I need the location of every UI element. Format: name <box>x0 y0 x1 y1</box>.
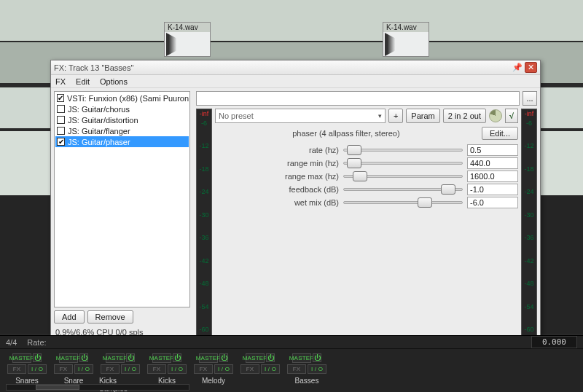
ui-toggle-button[interactable]: √ <box>505 109 518 123</box>
fx-chip[interactable]: FX <box>54 364 73 374</box>
dialog-menubar: FX Edit Options <box>51 75 540 88</box>
position-readout[interactable]: 0.000 <box>531 336 577 348</box>
browse-button[interactable]: ... <box>523 91 537 106</box>
mixer-scrollbar[interactable] <box>6 384 189 391</box>
io-button[interactable]: 2 in 2 out <box>443 109 486 123</box>
param-label: range max (hz) <box>215 172 339 181</box>
meter-tick: -24 <box>197 188 211 195</box>
param-slider[interactable] <box>343 157 463 169</box>
param-value-field[interactable]: -6.0 <box>467 197 518 208</box>
audio-clip[interactable]: K-14.wav <box>383 22 429 57</box>
param-slider[interactable] <box>343 197 463 208</box>
param-slider[interactable] <box>343 144 463 156</box>
scrollbar-thumb[interactable] <box>36 385 79 390</box>
param-row: range min (hz)440.0 <box>215 157 518 170</box>
param-slider[interactable] <box>343 170 463 182</box>
fx-list-item[interactable]: JS: Guitar/chorus <box>55 103 189 114</box>
param-value-field[interactable]: 440.0 <box>467 157 518 169</box>
param-label: wet mix (dB) <box>215 198 339 207</box>
meter-tick: -30 <box>197 211 211 219</box>
power-icon[interactable]: ⏻ <box>219 353 228 362</box>
io-chip[interactable]: I / O <box>121 364 140 374</box>
meter-tick: -54 <box>197 303 211 310</box>
fx-chip[interactable]: FX <box>194 364 213 374</box>
meter-tick: -6 <box>522 119 536 127</box>
power-icon[interactable]: ⏻ <box>33 353 42 362</box>
slider-thumb[interactable] <box>347 145 361 155</box>
io-chip[interactable]: I / O <box>28 364 47 374</box>
fx-enable-checkbox[interactable] <box>57 105 65 113</box>
clip-title: K-14.wav <box>383 23 429 32</box>
power-icon[interactable]: ⏻ <box>313 353 321 362</box>
param-value-field[interactable]: 1600.0 <box>467 170 518 182</box>
master-send-chip[interactable]: MASTER <box>246 353 265 363</box>
fx-enable-checkbox[interactable]: ✔ <box>57 94 64 102</box>
meter-tick: -42 <box>197 257 211 264</box>
master-send-chip[interactable]: MASTER <box>106 353 125 363</box>
fx-chain-dialog: FX: Track 13 "Basses" 📌 ✕ FX Edit Option… <box>50 60 541 340</box>
fx-chip[interactable]: FX <box>7 364 26 374</box>
master-send-chip[interactable]: MASTER <box>152 353 171 363</box>
meter-tick: -48 <box>522 280 536 287</box>
slider-thumb[interactable] <box>418 197 432 208</box>
meter-tick: -18 <box>197 165 211 173</box>
fx-list-item[interactable]: JS: Guitar/distortion <box>55 114 189 125</box>
io-chip[interactable]: I / O <box>308 364 326 374</box>
preset-select[interactable]: No preset <box>215 109 386 123</box>
fx-chip[interactable]: FX <box>287 364 306 374</box>
power-icon[interactable]: ⏻ <box>126 353 135 362</box>
master-send-chip[interactable]: MASTER <box>12 353 31 363</box>
pin-icon[interactable]: 📌 <box>511 62 523 73</box>
io-chip[interactable]: I / O <box>74 364 93 374</box>
slider-thumb[interactable] <box>353 171 367 181</box>
power-icon[interactable]: ⏻ <box>79 353 88 362</box>
io-chip[interactable]: I / O <box>168 364 187 374</box>
io-chip[interactable]: I / O <box>261 364 280 374</box>
knob-icon[interactable] <box>489 109 502 122</box>
edit-button[interactable]: Edit... <box>482 127 518 140</box>
dialog-titlebar[interactable]: FX: Track 13 "Basses" 📌 ✕ <box>51 60 540 75</box>
menu-options[interactable]: Options <box>100 77 128 86</box>
fx-list-item[interactable]: JS: Guitar/flanger <box>55 125 189 136</box>
fx-chip[interactable]: FX <box>147 364 166 374</box>
meter-tick: -24 <box>522 188 536 195</box>
fx-chip[interactable]: FX <box>240 364 259 374</box>
io-chip[interactable]: I / O <box>214 364 233 374</box>
fx-chip[interactable]: FX <box>101 364 120 374</box>
fx-enable-checkbox[interactable]: ✔ <box>57 138 65 146</box>
bg-track-strip <box>0 0 583 41</box>
slider-thumb[interactable] <box>441 184 455 195</box>
mixer-channel[interactable]: MASTER⏻FXI / OBasses <box>286 353 328 392</box>
power-icon[interactable]: ⏻ <box>266 353 275 362</box>
slider-thumb[interactable] <box>347 158 361 168</box>
param-slider[interactable] <box>343 184 463 195</box>
param-button[interactable]: Param <box>406 109 439 123</box>
menu-fx[interactable]: FX <box>55 77 66 86</box>
master-send-chip[interactable]: MASTER <box>292 353 311 363</box>
mixer-channel[interactable]: MASTER⏻FXI / OMelody <box>192 353 235 392</box>
fx-enable-checkbox[interactable] <box>57 116 65 124</box>
fx-list-item[interactable]: ✔JS: Guitar/phaser <box>55 136 189 147</box>
audio-clip[interactable]: K-14.wav <box>164 22 211 57</box>
input-meter: -inf -6-12-18-24-30-36-42-48-54-60 <box>196 109 212 337</box>
fx-list-item[interactable]: ✔VSTi: Funxion (x86) (Sami Puuron... <box>55 93 189 103</box>
add-preset-button[interactable]: + <box>388 109 403 123</box>
time-signature[interactable]: 4/4 <box>6 338 17 347</box>
rate-label: Rate: <box>27 338 46 347</box>
menu-edit[interactable]: Edit <box>76 77 90 86</box>
channel-name: Basses <box>295 377 319 385</box>
power-icon[interactable]: ⏻ <box>173 353 181 362</box>
comment-field[interactable] <box>196 91 520 106</box>
master-send-chip[interactable]: MASTER <box>199 353 218 363</box>
add-button[interactable]: Add <box>54 310 85 324</box>
param-value-field[interactable]: 0.5 <box>467 144 518 156</box>
close-icon[interactable]: ✕ <box>525 62 537 73</box>
param-value-field[interactable]: -1.0 <box>467 184 518 195</box>
mixer-channel[interactable]: MASTER⏻FXI / O <box>239 353 281 392</box>
fx-list[interactable]: ✔VSTi: Funxion (x86) (Sami Puuron...JS: … <box>54 91 190 307</box>
fx-enable-checkbox[interactable] <box>57 127 65 135</box>
meter-tick: -36 <box>197 234 211 241</box>
remove-button[interactable]: Remove <box>87 310 133 324</box>
param-label: range min (hz) <box>215 159 339 168</box>
master-send-chip[interactable]: MASTER <box>59 353 78 363</box>
